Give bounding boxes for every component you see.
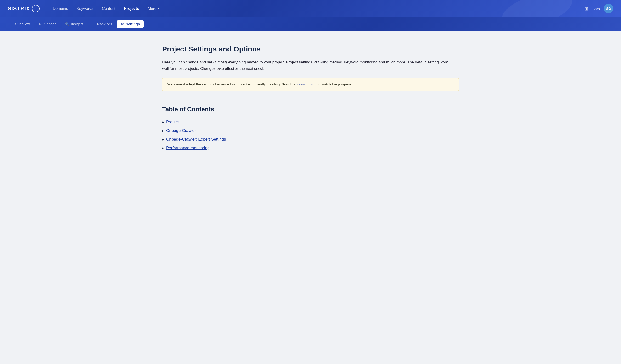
user-avatar[interactable]: SG (604, 4, 613, 13)
nav-link-projects[interactable]: Projects (120, 4, 143, 13)
nav-username: Sara (592, 7, 600, 11)
subnav-rankings-label: Rankings (97, 22, 112, 26)
toc-link-onpage-crawler[interactable]: Onpage-Crawler (166, 128, 196, 133)
toc-title: Table of Contents (162, 106, 459, 113)
subnav-overview-label: Overview (15, 22, 30, 26)
toc-item-onpage-crawler-expert: ▸ Onpage-Crawler: Expert Settings (162, 137, 459, 142)
overview-icon: 🛡 (10, 22, 13, 26)
nav-link-more[interactable]: More ▾ (144, 4, 163, 13)
nav-links: Domains Keywords Content Projects More ▾ (49, 4, 585, 13)
chevron-down-icon: ▾ (157, 7, 159, 10)
subnav-insights-label: Insights (71, 22, 84, 26)
page-section: Project Settings and Options Here you ca… (162, 45, 459, 91)
page-title: Project Settings and Options (162, 45, 459, 53)
subnav-settings[interactable]: ⚙ Settings (117, 20, 144, 28)
toc-section: Table of Contents ▸ Project ▸ Onpage-Cra… (162, 106, 459, 150)
onpage-icon: 🖥 (38, 22, 42, 26)
warning-box: You cannot adept the settings because th… (162, 78, 459, 91)
toc-item-onpage-crawler: ▸ Onpage-Crawler (162, 128, 459, 133)
toc-bullet-2: ▸ (162, 129, 164, 133)
logo-search-icon: ⚬ (32, 5, 39, 13)
nav-right: ⊞ Sara SG (584, 4, 613, 13)
toc-link-project[interactable]: Project (166, 120, 179, 124)
more-label: More (148, 6, 156, 11)
main-content: Project Settings and Options Here you ca… (143, 31, 478, 165)
toc-bullet-1: ▸ (162, 120, 164, 124)
toc-bullet-3: ▸ (162, 138, 164, 141)
logo-text: SISTRIX (8, 5, 30, 12)
settings-icon: ⚙ (121, 22, 124, 26)
top-nav: SISTRIX ⚬ Domains Keywords Content Proje… (0, 0, 621, 17)
crawling-log-link[interactable]: crawling-log (297, 82, 316, 86)
insights-icon: 🔍 (65, 22, 69, 26)
toc-item-project: ▸ Project (162, 120, 459, 124)
subnav-overview[interactable]: 🛡 Overview (6, 20, 34, 28)
toc-link-performance-monitoring[interactable]: Performance monitoring (166, 146, 209, 150)
grid-icon[interactable]: ⊞ (584, 6, 588, 12)
nav-link-domains[interactable]: Domains (49, 4, 72, 13)
subnav-onpage-label: Onpage (44, 22, 56, 26)
subnav-settings-label: Settings (126, 22, 140, 26)
logo[interactable]: SISTRIX ⚬ (8, 5, 39, 13)
nav-link-keywords[interactable]: Keywords (73, 4, 97, 13)
warning-text-before: You cannot adept the settings because th… (167, 82, 297, 86)
nav-link-content[interactable]: Content (98, 4, 119, 13)
page-description: Here you can change and set (almost) eve… (162, 59, 449, 72)
subnav-insights[interactable]: 🔍 Insights (61, 20, 87, 28)
sub-nav: 🛡 Overview 🖥 Onpage 🔍 Insights ☰ Ranking… (0, 17, 621, 31)
toc-link-onpage-crawler-expert[interactable]: Onpage-Crawler: Expert Settings (166, 137, 226, 142)
rankings-icon: ☰ (92, 22, 95, 26)
warning-text-after: to watch the progress. (317, 82, 353, 86)
toc-item-performance-monitoring: ▸ Performance monitoring (162, 146, 459, 150)
toc-bullet-4: ▸ (162, 146, 164, 150)
subnav-onpage[interactable]: 🖥 Onpage (35, 20, 60, 28)
toc-list: ▸ Project ▸ Onpage-Crawler ▸ Onpage-Craw… (162, 120, 459, 150)
subnav-rankings[interactable]: ☰ Rankings (88, 20, 116, 28)
